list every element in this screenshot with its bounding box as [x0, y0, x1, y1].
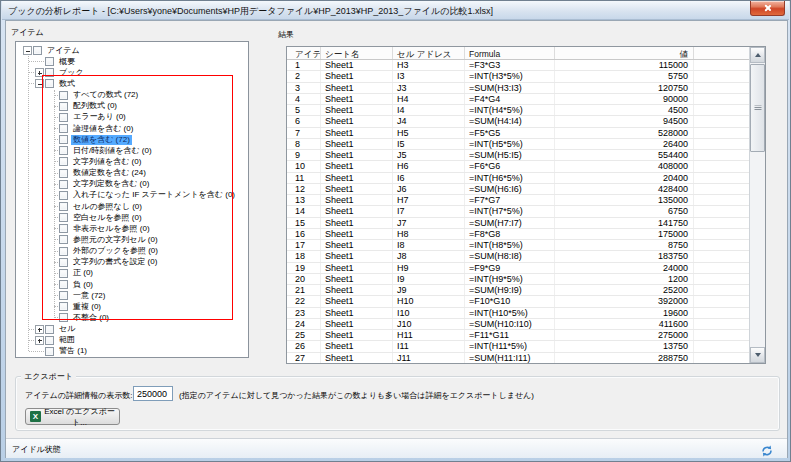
tree-checkbox[interactable] [59, 224, 68, 233]
collapse-icon[interactable] [23, 46, 32, 55]
tree-checkbox[interactable] [45, 68, 54, 77]
tree-item[interactable]: 重複 (0) [16, 301, 248, 312]
tree-item-label[interactable]: 重複 (0) [71, 302, 103, 312]
table-row[interactable]: 13Sheet1H7=F7*G7135000 [287, 195, 749, 206]
table-row[interactable]: 10Sheet1H6=F6*G6408000 [287, 161, 749, 172]
tree-item-label[interactable]: 論理値を含む (0) [71, 124, 135, 134]
tree-checkbox[interactable] [45, 57, 54, 66]
tree-checkbox[interactable] [59, 247, 68, 256]
tree-item-label[interactable]: 警告 (1) [57, 346, 89, 356]
tree-item[interactable]: 一意 (72) [16, 290, 248, 301]
tree-checkbox[interactable] [45, 325, 54, 334]
collapse-icon[interactable] [35, 79, 44, 88]
column-header[interactable] [694, 47, 749, 59]
tree-checkbox[interactable] [59, 258, 68, 267]
table-row[interactable]: 2Sheet1I3=INT(H3*5%)5750 [287, 71, 749, 82]
tree-item[interactable]: セル [16, 324, 248, 335]
tree-checkbox[interactable] [59, 146, 68, 155]
tree-item-label[interactable]: すべての数式 (72) [71, 90, 140, 100]
expand-icon[interactable] [35, 336, 44, 345]
tree-item[interactable]: 不整合 (0) [16, 312, 248, 323]
tree-item-label[interactable]: 範囲 [57, 335, 77, 345]
tree-item[interactable]: 文字列の書式を設定 (0) [16, 257, 248, 268]
tree-item-label[interactable]: 正 (0) [71, 268, 95, 278]
tree-item-label[interactable]: セルの参照なし (0) [71, 202, 144, 212]
tree-checkbox[interactable] [59, 213, 68, 222]
tree-item-label[interactable]: 概要 [57, 57, 77, 67]
tree-item[interactable]: 空白セルを参照 (0) [16, 212, 248, 223]
tree-item[interactable]: 範囲 [16, 335, 248, 346]
tree-item[interactable]: エラーあり (0) [16, 112, 248, 123]
tree-item[interactable]: 概要 [16, 56, 248, 67]
table-row[interactable]: 15Sheet1J7=SUM(H7:I7)141750 [287, 218, 749, 229]
table-row[interactable]: 1Sheet1H3=F3*G3115000 [287, 60, 749, 71]
tree-checkbox[interactable] [59, 302, 68, 311]
table-row[interactable]: 8Sheet1I5=INT(H5*5%)26400 [287, 139, 749, 150]
tree-checkbox[interactable] [59, 157, 68, 166]
tree-checkbox[interactable] [59, 280, 68, 289]
tree-item-label[interactable]: 日付/時刻値を含む (0) [71, 146, 154, 156]
table-row[interactable]: 17Sheet1I8=INT(H8*5%)8750 [287, 240, 749, 251]
tree-item-label[interactable]: 数値を含む (72) [71, 135, 132, 145]
table-row[interactable]: 12Sheet1J6=SUM(H6:I6)428400 [287, 184, 749, 195]
tree-checkbox[interactable] [59, 124, 68, 133]
tree-item[interactable]: すべての数式 (72) [16, 90, 248, 101]
table-row[interactable]: 5Sheet1I4=INT(H4*5%)4500 [287, 105, 749, 116]
tree-item[interactable]: 数値定数を含む (24) [16, 168, 248, 179]
table-row[interactable]: 22Sheet1H10=F10*G10392000 [287, 296, 749, 307]
tree-item[interactable]: アイテム [16, 45, 248, 56]
tree-item-label[interactable]: ブック [57, 68, 86, 78]
tree-item-label[interactable]: 不整合 (0) [71, 313, 111, 323]
table-row[interactable]: 14Sheet1I7=INT(H7*5%)6750 [287, 206, 749, 217]
display-count-input[interactable] [133, 386, 173, 401]
vertical-scrollbar[interactable] [749, 47, 765, 363]
tree-item-label[interactable]: 負 (0) [71, 280, 95, 290]
table-row[interactable]: 23Sheet1I10=INT(H10*5%)19600 [287, 308, 749, 319]
table-row[interactable]: 11Sheet1I6=INT(H6*5%)20400 [287, 173, 749, 184]
table-row[interactable]: 3Sheet1J3=SUM(H3:I3)120750 [287, 83, 749, 94]
tree-item-label[interactable]: 非表示セルを参照 (0) [71, 224, 152, 234]
tree-item[interactable]: 論理値を含む (0) [16, 123, 248, 134]
table-row[interactable]: 9Sheet1J5=SUM(H5:I5)554400 [287, 150, 749, 161]
table-row[interactable]: 24Sheet1J10=SUM(H10:I10)411600 [287, 319, 749, 330]
tree-checkbox[interactable] [59, 191, 68, 200]
tree-item[interactable]: 外部のブックを参照 (0) [16, 246, 248, 257]
tree-item[interactable]: 負 (0) [16, 279, 248, 290]
tree-checkbox[interactable] [59, 113, 68, 122]
tree-item[interactable]: 文字列定数を含む (0) [16, 179, 248, 190]
tree-item-label[interactable]: 一意 (72) [71, 291, 107, 301]
tree-item[interactable]: 文字列値を含む (0) [16, 156, 248, 167]
table-row[interactable]: 19Sheet1H9=F9*G924000 [287, 263, 749, 274]
tree-item[interactable]: 正 (0) [16, 268, 248, 279]
refresh-icon[interactable] [761, 443, 773, 455]
tree-item-label[interactable]: 参照元の文字列セル (0) [71, 235, 160, 245]
scroll-up-button[interactable] [750, 47, 765, 63]
tree-checkbox[interactable] [33, 46, 42, 55]
scroll-down-button[interactable] [750, 347, 765, 363]
column-header[interactable]: Formula [465, 47, 555, 59]
table-row[interactable]: 6Sheet1J4=SUM(H4:I4)94500 [287, 116, 749, 127]
table-row[interactable]: 4Sheet1H4=F4*G490000 [287, 94, 749, 105]
expand-icon[interactable] [35, 325, 44, 334]
tree-checkbox[interactable] [59, 91, 68, 100]
column-header[interactable]: アイテム [287, 47, 321, 59]
tree-checkbox[interactable] [59, 180, 68, 189]
table-row[interactable]: 27Sheet1J11=SUM(H11:I11)288750 [287, 353, 749, 364]
titlebar[interactable]: ブックの分析レポート - [C:¥Users¥yone¥Documents¥HP… [2, 1, 789, 20]
tree-checkbox[interactable] [59, 135, 68, 144]
tree-checkbox[interactable] [45, 79, 54, 88]
tree-item-label[interactable]: 外部のブックを参照 (0) [71, 246, 160, 256]
tree-item-label[interactable]: セル [57, 324, 77, 334]
table-row[interactable]: 20Sheet1I9=INT(H9*5%)1200 [287, 274, 749, 285]
tree-item-label[interactable]: 配列数式 (0) [71, 101, 119, 111]
tree-item[interactable]: 警告 (1) [16, 346, 248, 357]
close-button[interactable] [750, 1, 785, 16]
excel-export-button[interactable]: X Excel のエクスポート... [25, 408, 120, 425]
tree-item[interactable]: 入れ子になった IF ステートメントを含む (0) [16, 190, 248, 201]
tree-checkbox[interactable] [59, 102, 68, 111]
scrollbar-thumb[interactable] [750, 64, 765, 152]
tree-checkbox[interactable] [59, 169, 68, 178]
tree-item-label[interactable]: 文字列の書式を設定 (0) [71, 257, 159, 267]
tree-item-label[interactable]: 文字列定数を含む (0) [71, 179, 151, 189]
tree-item-label[interactable]: アイテム [45, 46, 82, 56]
